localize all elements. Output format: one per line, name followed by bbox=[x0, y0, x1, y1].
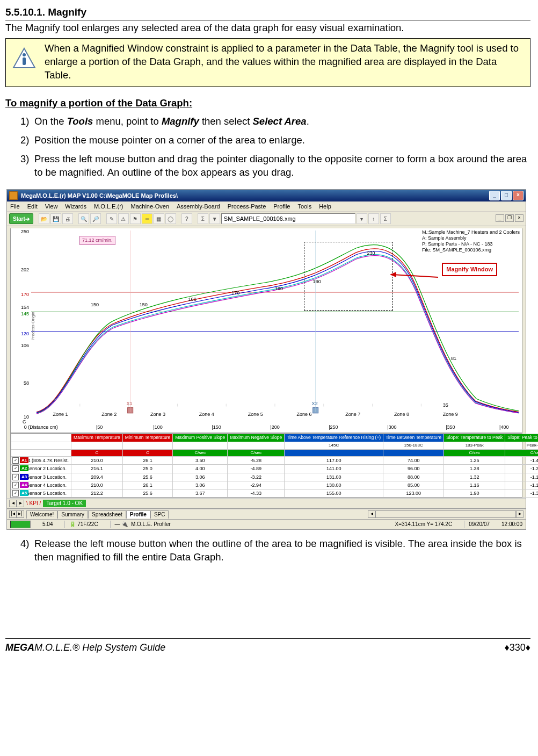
tab-kpi[interactable]: \ KPI / bbox=[26, 500, 41, 507]
zoom-out-icon[interactable]: 🔍 bbox=[78, 213, 89, 224]
window-titlebar[interactable]: MegaM.O.L.E.(r) MAP V1.00 C:\MegaMOLE Ma… bbox=[7, 190, 526, 201]
scroll-left-icon[interactable]: ◂ bbox=[368, 510, 375, 518]
tab-spc[interactable]: SPC bbox=[150, 510, 169, 519]
minimize-button[interactable]: _ bbox=[489, 191, 500, 200]
tab-nav-left-icon[interactable]: ◂ bbox=[9, 500, 17, 507]
status-profiler: — 🔌 M.O.L.E. Profiler bbox=[110, 521, 171, 528]
hscrollbar[interactable] bbox=[375, 510, 516, 518]
down-icon[interactable]: ▼ bbox=[209, 213, 220, 224]
app-icon bbox=[9, 191, 18, 200]
close-button[interactable]: × bbox=[513, 191, 524, 200]
menu-assembly-board[interactable]: Assembly-Board bbox=[177, 203, 220, 211]
tab-nav-right-icon[interactable]: ▸ bbox=[17, 500, 24, 507]
scroll-right-icon[interactable]: ▸ bbox=[516, 510, 524, 518]
svg-text:Process Origin: Process Origin bbox=[31, 312, 35, 341]
menu-mole[interactable]: M.O.L.E.(r) bbox=[94, 203, 123, 211]
svg-text:150: 150 bbox=[91, 303, 99, 308]
plot-area[interactable]: 150150 160170 180190 23081 35 X1 X2 Proc… bbox=[31, 231, 519, 417]
page-footer: MEGAM.O.L.E.® Help System Guide ♦330♦ bbox=[5, 641, 530, 654]
svg-rect-2 bbox=[23, 57, 26, 65]
print-icon[interactable]: 🖨 bbox=[62, 213, 73, 224]
window-title: MegaM.O.L.E.(r) MAP V1.00 C:\MegaMOLE Ma… bbox=[21, 192, 178, 200]
y-axis: 250 202 170 154 145 120 106 58 10 C bbox=[12, 228, 30, 417]
svg-text:X1: X1 bbox=[127, 401, 133, 407]
menu-tools[interactable]: Tools bbox=[297, 203, 311, 211]
x-axis: 0 (Distance cm) |50 |100 |150 |200 |250 … bbox=[31, 419, 519, 431]
svg-text:180: 180 bbox=[275, 286, 283, 291]
status-indicator bbox=[10, 521, 31, 528]
step-3: 3)Press the left mouse button and drag t… bbox=[20, 153, 530, 185]
app-screenshot: MegaM.O.L.E.(r) MAP V1.00 C:\MegaMOLE Ma… bbox=[6, 189, 526, 530]
page-number: ♦330♦ bbox=[505, 641, 530, 654]
svg-marker-31 bbox=[390, 272, 396, 277]
help-icon[interactable]: ? bbox=[181, 213, 192, 224]
tab-welcome[interactable]: Welcome! bbox=[26, 510, 57, 519]
svg-text:X2: X2 bbox=[312, 401, 318, 407]
status-time: 12:00:00 bbox=[501, 521, 522, 528]
mdi-restore-icon[interactable]: ❐ bbox=[505, 214, 514, 222]
svg-point-1 bbox=[23, 53, 26, 56]
sum2-icon[interactable]: Σ bbox=[380, 213, 391, 224]
maximize-button[interactable]: □ bbox=[501, 191, 512, 200]
magnify-selection-box[interactable] bbox=[304, 242, 392, 310]
worksheet-tabs-2: |◂ ▸| Welcome! Summary Spreadsheet Profi… bbox=[7, 509, 526, 519]
intro-paragraph: The Magnify tool enlarges any selected a… bbox=[5, 21, 530, 35]
svg-text:170: 170 bbox=[231, 290, 239, 296]
note-box: When a Magnified Window constraint is ap… bbox=[5, 38, 530, 87]
svg-line-30 bbox=[392, 275, 438, 277]
warning-icon[interactable]: ⚠ bbox=[118, 213, 129, 224]
statusbar: 5.04 🔋 71F/22C — 🔌 M.O.L.E. Profiler X=3… bbox=[7, 519, 526, 529]
menu-machine-oven[interactable]: Machine-Oven bbox=[130, 203, 169, 211]
menu-file[interactable]: File bbox=[10, 203, 20, 211]
status-value-1: 5.04 bbox=[42, 521, 53, 528]
step-1: 1) On the Tools menu, point to Magnify t… bbox=[20, 115, 530, 134]
mdi-close-icon[interactable]: × bbox=[515, 214, 524, 222]
svg-text:81: 81 bbox=[451, 356, 456, 361]
tab-spreadsheet[interactable]: Spreadsheet bbox=[88, 510, 126, 519]
menubar: File Edit View Wizards M.O.L.E.(r) Machi… bbox=[7, 201, 526, 212]
mdi-minimize-icon[interactable]: _ bbox=[496, 214, 504, 222]
status-coords: X=314.11cm Y= 174.2C bbox=[395, 521, 453, 528]
target-row: Target 1.0 - OK bbox=[43, 500, 86, 507]
tab-summary[interactable]: Summary bbox=[57, 510, 88, 519]
sum-icon[interactable]: Σ bbox=[198, 213, 208, 224]
menu-process-paste[interactable]: Process-Paste bbox=[228, 203, 266, 211]
tab-profile[interactable]: Profile bbox=[126, 510, 150, 519]
procedure-heading: To magnify a portion of the Data Graph: bbox=[5, 97, 530, 110]
magnify-callout: Magnify Window bbox=[442, 263, 497, 276]
mdi-window-buttons: _ ❐ × bbox=[496, 214, 524, 222]
note-text: When a Magnified Window constraint is ap… bbox=[45, 42, 526, 82]
svg-text:35: 35 bbox=[443, 402, 448, 408]
toolbar: Start ➔ 📂 💾 🖨 🔍 🔎 ✎ ⚠ ⚑ ━ ▦ ◯ ? Σ ▼ SM_S… bbox=[7, 212, 526, 226]
menu-view[interactable]: View bbox=[45, 203, 58, 211]
status-temp: 🔋 71F/22C bbox=[64, 521, 98, 528]
zoom-in-icon[interactable]: 🔎 bbox=[90, 213, 101, 224]
start-button[interactable]: Start ➔ bbox=[9, 213, 33, 224]
speed-label: 71.12 cm/min. bbox=[79, 236, 115, 244]
tool-icon[interactable]: ✎ bbox=[106, 213, 117, 224]
up-arrow-icon[interactable]: ↑ bbox=[368, 213, 379, 224]
dropdown-icon[interactable]: ▾ bbox=[357, 213, 367, 224]
save-icon[interactable]: 💾 bbox=[50, 213, 61, 224]
section-heading: 5.5.10.1. Magnify bbox=[5, 5, 530, 20]
step-2: 2)Position the mouse pointer on a corner… bbox=[20, 134, 530, 153]
flag-icon[interactable]: ⚑ bbox=[130, 213, 141, 224]
menu-help[interactable]: Help bbox=[319, 203, 331, 211]
svg-text:160: 160 bbox=[188, 297, 197, 302]
file-selector[interactable]: SM_SAMPLE_000106.xmg bbox=[221, 213, 355, 224]
data-table[interactable]: Maximum TemperatureMinimum TemperatureMa… bbox=[10, 433, 522, 498]
menu-edit[interactable]: Edit bbox=[27, 203, 38, 211]
open-icon[interactable]: 📂 bbox=[39, 213, 49, 224]
grid-icon[interactable]: ▦ bbox=[154, 213, 164, 224]
circle-icon[interactable]: ◯ bbox=[165, 213, 176, 224]
step-4: 4)Release the left mouse button when the… bbox=[20, 537, 530, 570]
highlight-icon[interactable]: ━ bbox=[142, 213, 152, 224]
tab-last-icon[interactable]: ▸| bbox=[17, 510, 24, 518]
info-icon bbox=[12, 47, 36, 71]
data-graph[interactable]: M.:Sample Machine_7 Heaters and 2 Cooler… bbox=[10, 228, 522, 433]
tab-first-icon[interactable]: |◂ bbox=[9, 510, 17, 518]
menu-wizards[interactable]: Wizards bbox=[65, 203, 86, 211]
svg-text:150: 150 bbox=[140, 303, 148, 308]
menu-profile[interactable]: Profile bbox=[273, 203, 290, 211]
status-date: 09/20/07 bbox=[464, 521, 490, 528]
